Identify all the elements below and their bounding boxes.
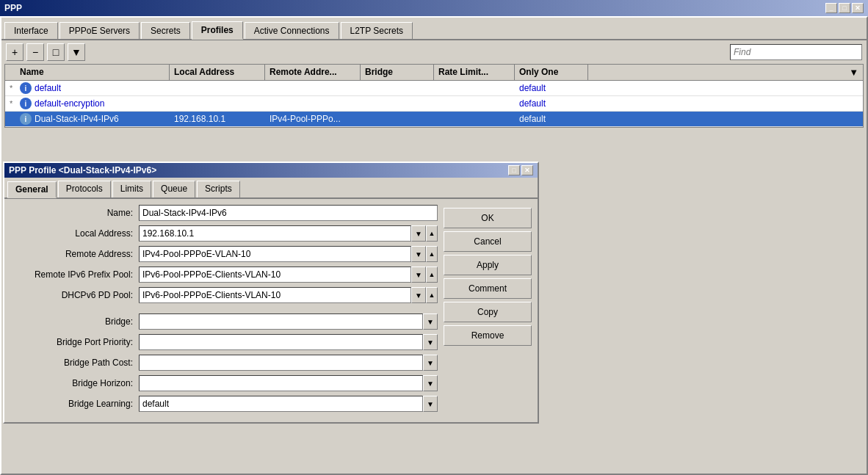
row-name: i Dual-Stack-IPv4-IPv6 xyxy=(15,112,170,126)
dialog-close-button[interactable]: ✕ xyxy=(521,165,533,175)
tab-profiles[interactable]: Profiles xyxy=(192,21,243,40)
remote-address-field[interactable] xyxy=(139,246,411,262)
dhcpv6-label: DHCPv6 PD Pool: xyxy=(10,290,139,300)
dhcpv6-input-group: ▼ ▲ xyxy=(139,287,438,303)
tab-active-connections[interactable]: Active Connections xyxy=(245,22,339,39)
remote-address-dropdown-btn[interactable]: ▼ xyxy=(411,246,426,262)
dialog-tab-protocols[interactable]: Protocols xyxy=(58,181,111,197)
copy-button[interactable]: Copy xyxy=(444,302,532,322)
remote-ipv6-scroll-btn[interactable]: ▲ xyxy=(426,266,438,283)
bridge-learning-row: Bridge Learning: ▼ xyxy=(10,396,438,412)
row-rate-limit xyxy=(434,87,515,90)
add-button[interactable]: + xyxy=(6,43,23,61)
remove-button[interactable]: − xyxy=(26,43,44,61)
row-bridge xyxy=(361,102,434,105)
remote-address-row: Remote Address: ▼ ▲ xyxy=(10,246,438,262)
col-local-address: Local Address xyxy=(170,65,265,80)
row-bridge xyxy=(361,87,434,90)
profile-name-link[interactable]: default xyxy=(35,83,61,93)
row-marker xyxy=(5,117,15,120)
ppp-profile-dialog: PPP Profile <Dual-Stack-IPv4-IPv6> □ ✕ G… xyxy=(3,162,539,424)
tab-bar: Interface PPPoE Servers Secrets Profiles… xyxy=(1,18,867,40)
bridge-learning-input-group: ▼ xyxy=(139,396,438,412)
bridge-learning-field[interactable] xyxy=(139,396,423,412)
dialog-overlay: PPP Profile <Dual-Stack-IPv4-IPv6> □ ✕ G… xyxy=(0,162,543,424)
row-only-one: default xyxy=(515,97,588,110)
bridge-port-priority-input-group: ▼ xyxy=(139,334,438,350)
profiles-table: Name Local Address Remote Addre... Bridg… xyxy=(4,64,864,128)
row-marker: * xyxy=(5,98,15,109)
tab-pppoe-servers[interactable]: PPPoE Servers xyxy=(59,22,140,39)
bridge-port-priority-field[interactable] xyxy=(139,334,423,350)
bridge-port-priority-row: Bridge Port Priority: ▼ xyxy=(10,334,438,350)
bridge-input-group: ▼ xyxy=(139,313,438,330)
edit-button[interactable]: □ xyxy=(47,43,65,61)
bridge-row: Bridge: ▼ xyxy=(10,313,438,330)
form-area: Name: Local Address: ▼ ▲ R xyxy=(4,199,538,422)
close-button[interactable]: ✕ xyxy=(852,3,864,13)
col-remote-address: Remote Addre... xyxy=(265,65,361,80)
row-only-one: default xyxy=(515,112,588,126)
dhcpv6-field[interactable] xyxy=(139,287,411,303)
row-rate-limit xyxy=(434,102,515,105)
bridge-horizon-dropdown-btn[interactable]: ▼ xyxy=(423,375,438,391)
title-bar: PPP _ □ ✕ xyxy=(0,0,868,16)
row-bridge xyxy=(361,117,434,120)
tab-l2tp-secrets[interactable]: L2TP Secrets xyxy=(341,22,413,39)
name-field[interactable] xyxy=(139,205,438,221)
bridge-path-cost-field[interactable] xyxy=(139,355,423,371)
row-rate-limit xyxy=(434,117,515,120)
maximize-button[interactable]: □ xyxy=(839,3,850,13)
bridge-path-cost-dropdown-btn[interactable]: ▼ xyxy=(423,355,438,371)
col-bridge: Bridge xyxy=(361,65,434,80)
bridge-port-priority-dropdown-btn[interactable]: ▼ xyxy=(423,334,438,350)
dialog-tab-queue[interactable]: Queue xyxy=(153,181,195,197)
table-row[interactable]: * i default-encryption default xyxy=(5,96,863,112)
ok-button[interactable]: OK xyxy=(444,208,532,228)
local-address-label: Local Address: xyxy=(10,228,139,239)
name-label: Name: xyxy=(10,208,139,218)
profile-name-link[interactable]: default-encryption xyxy=(35,98,104,109)
row-local-address: 192.168.10.1 xyxy=(170,112,265,126)
local-address-scroll-btn[interactable]: ▲ xyxy=(426,225,438,242)
tab-secrets[interactable]: Secrets xyxy=(141,22,190,39)
remote-ipv6-dropdown-btn[interactable]: ▼ xyxy=(411,266,426,283)
dialog-tab-general[interactable]: General xyxy=(7,181,57,198)
table-header: Name Local Address Remote Addre... Bridg… xyxy=(5,65,863,81)
remote-ipv6-field[interactable] xyxy=(139,266,411,283)
row-local-address xyxy=(170,102,265,105)
remote-ipv6-label: Remote IPv6 Prefix Pool: xyxy=(10,269,139,280)
window-title: PPP xyxy=(4,3,22,13)
apply-button[interactable]: Apply xyxy=(444,255,532,275)
row-remote-address: IPv4-Pool-PPPo... xyxy=(265,112,361,126)
comment-button[interactable]: Comment xyxy=(444,278,532,299)
remote-address-scroll-btn[interactable]: ▲ xyxy=(426,246,438,262)
table-row[interactable]: * i default default xyxy=(5,81,863,96)
bridge-horizon-field[interactable] xyxy=(139,375,423,391)
bridge-learning-dropdown-btn[interactable]: ▼ xyxy=(423,396,438,412)
window-controls: _ □ ✕ xyxy=(825,3,864,13)
minimize-button[interactable]: _ xyxy=(825,3,837,13)
sort-arrow-icon: ▼ xyxy=(845,65,863,80)
dialog-tab-scripts[interactable]: Scripts xyxy=(197,181,240,197)
profile-name-link[interactable]: Dual-Stack-IPv4-IPv6 xyxy=(35,114,119,124)
remove-button[interactable]: Remove xyxy=(444,325,532,346)
local-address-dropdown-btn[interactable]: ▼ xyxy=(411,225,426,242)
dialog-tab-limits[interactable]: Limits xyxy=(112,181,151,197)
find-input[interactable] xyxy=(730,44,862,60)
bridge-path-cost-row: Bridge Path Cost: ▼ xyxy=(10,355,438,371)
col-name: Name xyxy=(15,65,170,80)
bridge-field[interactable] xyxy=(139,313,423,330)
name-row: Name: xyxy=(10,205,438,221)
table-row[interactable]: i Dual-Stack-IPv4-IPv6 192.168.10.1 IPv4… xyxy=(5,112,863,127)
dhcpv6-scroll-btn[interactable]: ▲ xyxy=(426,287,438,303)
bridge-horizon-row: Bridge Horizon: ▼ xyxy=(10,375,438,391)
cancel-button[interactable]: Cancel xyxy=(444,231,532,252)
filter-button[interactable]: ▼ xyxy=(68,43,85,61)
local-address-field[interactable] xyxy=(139,225,411,242)
dhcpv6-dropdown-btn[interactable]: ▼ xyxy=(411,287,426,303)
dialog-minimize-button[interactable]: □ xyxy=(508,165,520,175)
tab-interface[interactable]: Interface xyxy=(4,22,58,39)
bridge-dropdown-btn[interactable]: ▼ xyxy=(423,313,438,330)
dialog-title-text: PPP Profile <Dual-Stack-IPv4-IPv6> xyxy=(9,165,156,175)
